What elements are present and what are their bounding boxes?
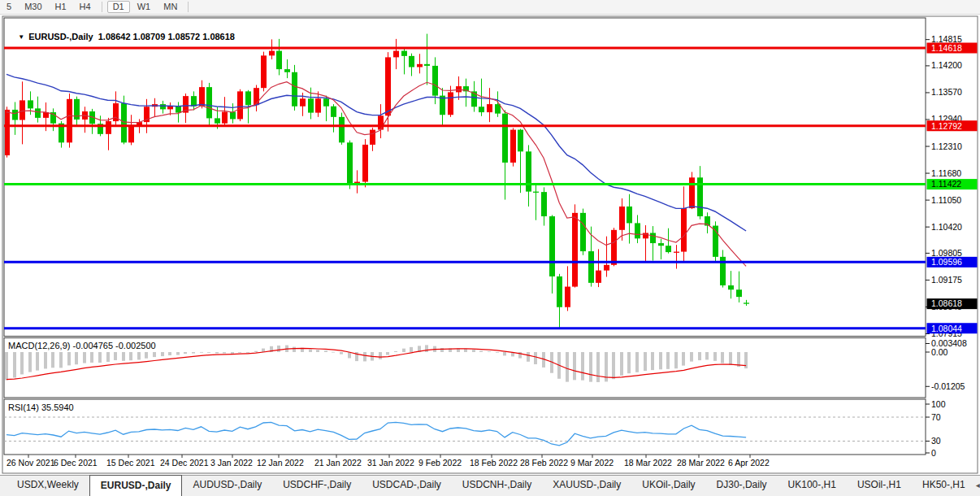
rsi-indicator-label: RSI(14) 35.5940	[8, 402, 74, 412]
candle-body	[541, 192, 547, 216]
candle-body	[627, 207, 632, 223]
tab-eurusd-daily[interactable]: EURUSD-,Daily	[89, 475, 183, 496]
candle-body	[588, 251, 594, 283]
svg-text:0: 0	[931, 448, 936, 458]
svg-text:0.00: 0.00	[931, 347, 948, 357]
tab-usdcnh-daily[interactable]: USDCNH-,Daily	[452, 476, 542, 496]
candle-body	[199, 87, 205, 107]
candle-body	[128, 125, 134, 142]
candle-body	[393, 51, 399, 58]
svg-text:70: 70	[931, 412, 941, 422]
candle-body	[347, 142, 353, 183]
tab-hk50-h1[interactable]: HK50-,H1	[912, 476, 976, 496]
toolbar-separator	[102, 2, 102, 12]
candle-body	[635, 223, 640, 238]
candle-body	[565, 287, 570, 307]
candle-body	[12, 110, 18, 120]
candle-body	[176, 106, 181, 112]
tf-button-h1[interactable]: H1	[50, 1, 72, 13]
tab-dj30-daily[interactable]: DJ30-,Daily	[706, 476, 778, 496]
tab-scroll-left-icon[interactable]: ◂	[976, 481, 980, 489]
svg-text:1.09805: 1.09805	[931, 248, 962, 258]
chart-ohlc-values: 1.08642 1.08709 1.08572 1.08618	[98, 32, 235, 41]
candle-body	[526, 151, 531, 191]
tab-ukoil-daily[interactable]: UKOil-,Daily	[631, 476, 705, 496]
candle-body	[432, 66, 438, 96]
candle-body	[650, 233, 656, 243]
svg-text:21 Jan 2022: 21 Jan 2022	[314, 458, 362, 468]
candle-body	[417, 64, 423, 67]
chart-canvas[interactable]: 1.148151.142001.135701.129401.123101.116…	[0, 0, 980, 496]
price-tag-1.09596: 1.09596	[927, 257, 978, 268]
svg-text:6 Dec 2021: 6 Dec 2021	[54, 458, 98, 468]
svg-text:9 Mar 2022: 9 Mar 2022	[570, 458, 614, 468]
svg-text:1.10420: 1.10420	[931, 222, 962, 232]
tab-scroll-arrows: ◂▸	[976, 476, 980, 494]
tf-button-d1[interactable]: D1	[107, 1, 130, 13]
svg-text:1.13570: 1.13570	[931, 87, 962, 97]
candle-body	[261, 55, 267, 88]
candle-body	[557, 276, 562, 307]
candle-body	[674, 252, 679, 253]
chart-symbol-label: EURUSD-,Daily	[28, 32, 93, 41]
tab-usdx-weekly[interactable]: USDX,Weekly	[7, 476, 89, 496]
tab-audusd-daily[interactable]: AUDUSD-,Daily	[182, 476, 272, 496]
svg-text:15 Dec 2021: 15 Dec 2021	[106, 458, 155, 468]
svg-text:1.08618: 1.08618	[931, 298, 962, 308]
chart-header: ▼EURUSD-,Daily 1.08642 1.08709 1.08572 1…	[8, 22, 235, 51]
candle-body	[479, 107, 484, 112]
candle-body	[619, 207, 625, 230]
svg-text:6 Apr 2022: 6 Apr 2022	[728, 458, 770, 468]
candle-body	[354, 182, 360, 184]
tab-usdchf-daily[interactable]: USDCHF-,Daily	[272, 476, 362, 496]
tf-button-5[interactable]: 5	[1, 1, 17, 13]
main-price-pane[interactable]	[4, 18, 926, 337]
svg-text:18 Mar 2022: 18 Mar 2022	[624, 458, 672, 468]
tf-button-h4[interactable]: H4	[74, 1, 97, 13]
tf-button-m30[interactable]: M30	[19, 1, 47, 13]
trading-app-window: 1.148151.142001.135701.129401.123101.116…	[0, 0, 980, 496]
tab-usoil-h1[interactable]: USOil-,H1	[847, 476, 912, 496]
candle-body	[315, 98, 321, 112]
timeframe-toolbar: 5M30H1H4D1W1MN	[0, 0, 980, 15]
candle-body	[510, 130, 516, 163]
candle-body	[323, 98, 329, 106]
tab-uk100-h1[interactable]: UK100-,H1	[778, 476, 847, 496]
candle-body	[230, 112, 236, 120]
candle-body	[728, 285, 734, 289]
candle-body	[689, 177, 695, 208]
candle-body	[222, 112, 228, 124]
candle-body	[549, 216, 555, 276]
current-price-tag: 1.08618	[927, 298, 978, 309]
candle-body	[448, 92, 453, 115]
price-tag-1.11422: 1.11422	[927, 179, 978, 189]
svg-text:1.12792: 1.12792	[931, 121, 962, 131]
candle-body	[370, 130, 375, 145]
candle-body	[4, 110, 10, 155]
candle-body	[67, 99, 72, 142]
svg-text:12 Jan 2022: 12 Jan 2022	[257, 458, 304, 468]
candle-body	[658, 243, 664, 246]
candle-body	[215, 118, 220, 123]
candle-body	[331, 107, 336, 117]
candle-body	[424, 64, 430, 66]
rsi-pane[interactable]	[4, 399, 926, 455]
tab-usdcad-daily[interactable]: USDCAD-,Daily	[362, 476, 452, 496]
candle-body	[604, 265, 609, 271]
candle-body	[385, 57, 391, 115]
candle-body	[160, 104, 166, 109]
tab-xauusd-daily[interactable]: XAUUSD-,Daily	[542, 476, 631, 496]
svg-text:1.08044: 1.08044	[931, 324, 962, 333]
candle-body	[121, 103, 127, 142]
svg-text:1.11680: 1.11680	[931, 168, 961, 178]
tf-button-w1[interactable]: W1	[132, 1, 157, 13]
candle-body	[20, 100, 25, 120]
svg-text:26 Nov 2021: 26 Nov 2021	[7, 458, 55, 468]
candle-body	[276, 51, 282, 70]
svg-text:1.12310: 1.12310	[931, 141, 962, 151]
candle-body	[487, 104, 492, 112]
svg-text:1.11422: 1.11422	[931, 179, 961, 189]
tf-button-mn[interactable]: MN	[158, 1, 183, 13]
chevron-down-icon[interactable]: ▼	[18, 33, 24, 41]
symbol-tab-bar: USDX,WeeklyEURUSD-,DailyAUDUSD-,DailyUSD…	[0, 475, 980, 496]
